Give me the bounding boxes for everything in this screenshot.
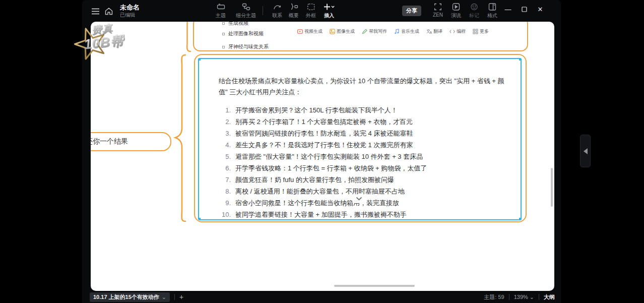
collapse-square-icon[interactable]: [222, 22, 225, 25]
ai-tool-more[interactable]: 更多: [473, 28, 489, 35]
image-gen-icon: [330, 29, 335, 34]
collapse-square-icon[interactable]: [222, 33, 225, 35]
list-item: 5.避雷那些 "假大容量"！这个行李包实测能装 10 件外套 + 3 套床品: [219, 151, 505, 162]
sheet-selector[interactable]: 10.17 上架的15个有效动作 ⌄: [90, 292, 170, 302]
outline-view-button[interactable]: 大纲: [544, 293, 555, 301]
stage: 未命名 已编辑 主题 细分主题 联系 概要 外框: [0, 0, 644, 303]
selection-handle[interactable]: [198, 58, 201, 60]
smiley-icon: [470, 3, 478, 11]
panel-toggle-button[interactable]: [580, 135, 591, 167]
expand-more-button[interactable]: [352, 194, 365, 203]
music-gen-icon: [394, 29, 400, 34]
document-title: 未命名: [120, 3, 140, 12]
insert-plus-icon: [324, 3, 335, 11]
outline-row-nerve: 牙神经与味觉关系: [222, 43, 269, 50]
subtopic-icon: [242, 3, 250, 11]
statusbar-divider: [509, 294, 509, 300]
translate-icon: [426, 29, 432, 34]
summary-brace: [171, 53, 187, 223]
tool-subtopic[interactable]: 细分主题: [233, 3, 259, 19]
play-icon: [452, 3, 460, 11]
titlebar: 未命名 已编辑 主题 细分主题 联系 概要 外框: [82, 0, 561, 22]
statusbar-divider: [174, 294, 175, 300]
list-item: 3.被宿管阿姨问链接的行李包！防水耐造，装完 4 床被还能塞鞋: [219, 128, 505, 139]
ai-tool-translate[interactable]: 翻译: [426, 28, 442, 35]
parent-topic-node[interactable]: 还你一个结果: [91, 132, 171, 151]
list-item: 7.颜值党狂喜！奶 fufu 的大容量行李包，拍照发圈被问爆: [219, 174, 505, 186]
menu-button[interactable]: [90, 6, 101, 17]
outline-row-images: 处理图像和视频: [222, 30, 264, 37]
document-status: 已编辑: [120, 12, 135, 19]
tool-topic[interactable]: 主题: [210, 3, 232, 19]
ai-tool-video[interactable]: 视频生成: [297, 28, 323, 35]
add-sheet-button[interactable]: +: [179, 293, 183, 301]
list-item: 2.别再买 2 个行李箱了！1 个大容量包搞定被褥 + 衣物，才百元: [219, 116, 505, 128]
share-button[interactable]: 分享: [402, 6, 421, 16]
format-panel-icon: [488, 3, 496, 11]
selected-topic-node[interactable]: 结合住校场景痛点和大容量核心卖点，为你设计 10 个自带流量的爆文标题，突出 "…: [198, 58, 522, 220]
triangle-left-icon: [584, 148, 588, 154]
collapse-square-icon[interactable]: [222, 46, 225, 48]
intro-text: 结合住校场景痛点和大容量核心卖点，为你设计 10 个自带流量的爆文标题，突出 "…: [219, 76, 505, 98]
list-item: 1.开学搬宿舍累到哭？这个 150L 行李包能装下我半个人！: [219, 104, 505, 116]
list-item: 6.开学季省钱攻略：1 个行李包 = 行李箱 + 收纳袋 + 购物袋，太值了: [219, 162, 505, 174]
relation-icon: [273, 3, 282, 11]
topic-icon: [217, 3, 225, 11]
summary-icon: [290, 3, 298, 11]
chevron-down-icon: ⌄: [530, 294, 534, 300]
video-gen-icon: [297, 29, 303, 34]
hamburger-icon: [91, 8, 100, 15]
mindmap-canvas[interactable]: 生成视频 处理图像和视频 牙神经与味觉关系 视频生成: [91, 22, 554, 291]
write-icon: [362, 29, 367, 34]
zoom-selector[interactable]: 139% ⌄: [514, 294, 534, 300]
home-button[interactable]: [103, 6, 114, 17]
ai-tool-image[interactable]: 图像生成: [330, 28, 355, 35]
chevron-down-icon: [356, 197, 362, 201]
maximize-icon: [522, 7, 527, 12]
app-window: 未命名 已编辑 主题 细分主题 联系 概要 外框: [82, 0, 561, 303]
statusbar-right: 主题: 59 139% ⌄ 大纲: [484, 293, 555, 301]
outline-group-box[interactable]: 生成视频 处理图像和视频 牙神经与味觉关系 视频生成: [193, 22, 528, 51]
tool-insert[interactable]: 插入: [318, 3, 340, 19]
selection-handle[interactable]: [519, 58, 522, 60]
ai-tool-write[interactable]: 帮我写作: [362, 28, 387, 35]
list-item: 4.差生文具多？不！是我选对了行李包！住校党 1 次搬完所有家: [219, 139, 505, 151]
horizontal-scrollbar[interactable]: [334, 285, 415, 287]
maximize-button[interactable]: [517, 3, 531, 15]
chevron-down-icon: ⌄: [162, 294, 166, 300]
outline-row-clipped: 生成视频: [222, 22, 248, 27]
selection-handle[interactable]: [198, 218, 201, 220]
toolbar-divider: [263, 6, 263, 15]
close-button[interactable]: ✕: [533, 3, 547, 15]
vertical-scrollbar[interactable]: [551, 168, 553, 207]
minimize-button[interactable]: —: [501, 3, 515, 15]
list-item: 10.被同学追着要链接！大容量 + 加固提手，搬书搬被褥不勒手: [219, 209, 505, 220]
code-icon: [449, 29, 455, 34]
ai-tool-music[interactable]: 音乐生成: [394, 28, 419, 35]
boundary-icon: [307, 3, 315, 11]
statusbar-divider: [539, 294, 539, 300]
ai-tool-code[interactable]: 编程: [449, 28, 466, 35]
ai-toolbar: 视频生成 图像生成 帮我写作 音乐生成: [297, 28, 489, 35]
tool-format[interactable]: 格式: [481, 3, 503, 19]
statusbar: 10.17 上架的15个有效动作 ⌄ + 主题: 59 139% ⌄ 大纲: [82, 291, 561, 303]
home-icon: [105, 8, 113, 15]
topic-count: 主题: 59: [484, 293, 504, 301]
more-grid-icon: [473, 29, 478, 34]
summary-brace-upper: [180, 22, 191, 53]
zen-mode-icon: [434, 3, 442, 11]
